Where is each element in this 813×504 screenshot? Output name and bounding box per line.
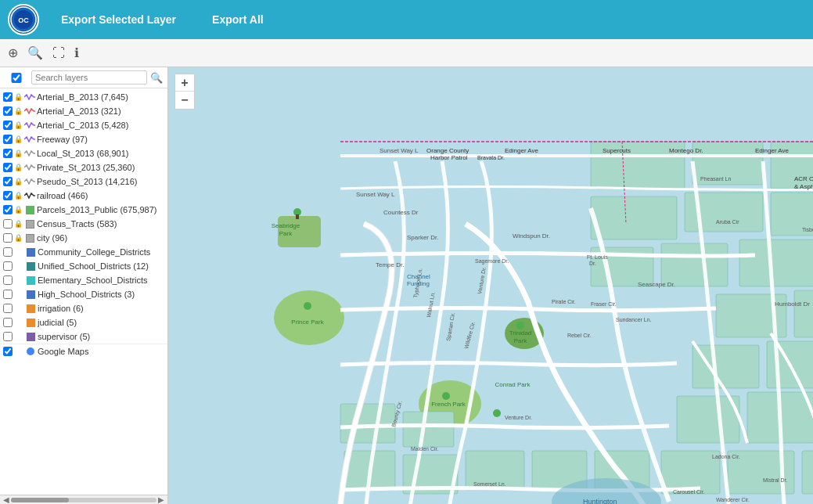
- layer-name-label: railroad (466): [37, 191, 164, 200]
- move-icon[interactable]: ⊕: [8, 45, 18, 60]
- svg-text:Fraser Cir.: Fraser Cir.: [591, 301, 617, 307]
- panel-search-bar: 🔍: [0, 67, 167, 88]
- layer-list: 🔒Arterial_B_2013 (7,645)🔒Arterial_A_2013…: [0, 88, 167, 495]
- panel-scrollbar[interactable]: ◀ ▶: [0, 495, 167, 504]
- layer-checkbox[interactable]: [3, 233, 13, 243]
- scroll-thumb: [11, 498, 69, 502]
- svg-text:Trinidad: Trinidad: [509, 329, 532, 337]
- main-area: 🔍 🔒Arterial_B_2013 (7,645)🔒Arterial_A_20…: [0, 67, 813, 504]
- layer-type-icon: [25, 346, 36, 357]
- export-selected-button[interactable]: Export Selected Layer: [47, 7, 190, 32]
- layer-name-label: Pseudo_St_2013 (14,216): [37, 177, 164, 186]
- layer-type-icon: [24, 120, 35, 131]
- layer-item: 🔒Census_Tracts (583): [0, 217, 167, 231]
- layer-lock-icon: 🔒: [14, 192, 23, 200]
- svg-text:Aruba Cir: Aruba Cir: [716, 219, 739, 225]
- svg-text:Ft. Louis: Ft. Louis: [587, 254, 608, 260]
- layer-checkbox[interactable]: [3, 290, 13, 299]
- layer-item: 🔒Arterial_B_2013 (7,645): [0, 90, 167, 104]
- layer-lock-icon: 🔒: [14, 93, 23, 101]
- svg-text:Carousel Cir.: Carousel Cir.: [673, 489, 705, 495]
- layer-lock-icon: 🔒: [14, 164, 23, 171]
- scroll-left-arrow[interactable]: ◀: [2, 495, 11, 504]
- svg-text:Venture Dr.: Venture Dr.: [505, 415, 532, 420]
- svg-text:Tisbury Cir.: Tisbury Cir.: [802, 227, 813, 233]
- layer-item: Google Maps: [0, 344, 167, 358]
- svg-rect-22: [794, 290, 813, 337]
- layer-checkbox[interactable]: [3, 318, 13, 327]
- search-icon[interactable]: 🔍: [27, 45, 43, 60]
- layer-lock-icon: 🔒: [14, 135, 23, 143]
- svg-text:Ladona Cir.: Ladona Cir.: [712, 454, 740, 459]
- svg-text:Wanderer Cir.: Wanderer Cir.: [716, 497, 750, 502]
- layer-checkbox[interactable]: [3, 275, 13, 285]
- svg-text:Seascape Dr.: Seascape Dr.: [638, 281, 675, 288]
- svg-rect-45: [661, 243, 728, 286]
- svg-text:Countess Dr: Countess Dr: [383, 209, 419, 216]
- fullscreen-icon[interactable]: ⛶: [52, 46, 65, 60]
- layer-name-label: Arterial_A_2013 (321): [37, 106, 164, 116]
- layer-search-icon[interactable]: 🔍: [150, 72, 163, 84]
- svg-text:Somerset Ln.: Somerset Ln.: [473, 481, 506, 487]
- export-all-button[interactable]: Export All: [198, 7, 278, 32]
- layer-name-label: irrigation (6): [38, 304, 164, 313]
- svg-text:Tempe Dr.: Tempe Dr.: [376, 261, 404, 268]
- map-svg: Huntington Harbour Seabridge Park Prince…: [168, 67, 813, 504]
- layer-name-label: Local_St_2013 (68,901): [37, 149, 164, 158]
- layer-item: supervisor (5): [0, 329, 167, 344]
- svg-text:Sparker Dr.: Sparker Dr.: [407, 234, 438, 241]
- layer-checkbox[interactable]: [3, 247, 13, 257]
- layer-checkbox[interactable]: [3, 92, 13, 102]
- zoom-out-button[interactable]: −: [175, 92, 194, 109]
- layer-checkbox[interactable]: [3, 219, 13, 229]
- layer-panel: 🔍 🔒Arterial_B_2013 (7,645)🔒Arterial_A_20…: [0, 67, 168, 504]
- layer-lock-icon: 🔒: [14, 121, 23, 129]
- zoom-controls: + −: [174, 74, 195, 110]
- svg-text:Pheasant Ln: Pheasant Ln: [700, 176, 731, 182]
- layer-name-label: Community_College_Districts: [38, 247, 164, 257]
- zoom-in-button[interactable]: +: [175, 74, 194, 92]
- layer-checkbox[interactable]: [3, 205, 13, 214]
- layer-checkbox[interactable]: [3, 347, 13, 356]
- layer-item: judicial (5): [0, 315, 167, 329]
- layer-name-label: Freeway (97): [37, 135, 164, 144]
- layer-name-label: city (96): [37, 233, 164, 243]
- svg-text:Bravata Dr.: Bravata Dr.: [477, 155, 505, 160]
- layer-type-icon: [25, 289, 36, 300]
- svg-rect-29: [677, 396, 739, 443]
- layer-name-label: Parcels_2013_Public (675,987): [37, 205, 164, 214]
- svg-text:Edinger Ave: Edinger Ave: [505, 147, 539, 154]
- svg-text:Prince Park: Prince Park: [291, 319, 324, 326]
- layer-item: 🔒city (96): [0, 231, 167, 245]
- map-area[interactable]: + −: [168, 67, 813, 504]
- svg-rect-13: [591, 196, 677, 239]
- layer-checkbox[interactable]: [3, 121, 13, 130]
- layer-checkbox[interactable]: [3, 106, 13, 116]
- layer-checkbox[interactable]: [3, 149, 13, 158]
- toolbar: OC Export Selected Layer Export All: [0, 0, 813, 39]
- select-all-checkbox[interactable]: [5, 73, 28, 83]
- layer-item: High_School_Districts (3): [0, 287, 167, 301]
- layer-checkbox[interactable]: [3, 163, 13, 172]
- layer-checkbox[interactable]: [3, 261, 13, 271]
- layer-checkbox[interactable]: [3, 177, 13, 186]
- svg-text:Supercuts: Supercuts: [603, 147, 631, 154]
- info-icon[interactable]: ℹ: [74, 45, 79, 60]
- layer-lock-icon: 🔒: [14, 107, 23, 115]
- layer-type-icon: [25, 303, 36, 314]
- layer-item: Elementary_School_Districts: [0, 273, 167, 287]
- scroll-right-arrow[interactable]: ▶: [156, 495, 166, 504]
- layer-checkbox[interactable]: [3, 304, 13, 313]
- layer-type-icon: [24, 232, 35, 243]
- layer-lock-icon: 🔒: [14, 206, 23, 214]
- layer-search-input[interactable]: [31, 70, 147, 85]
- layer-type-icon: [25, 331, 36, 342]
- layer-name-label: Census_Tracts (583): [37, 219, 164, 229]
- layer-checkbox[interactable]: [3, 332, 13, 341]
- layer-name-label: Arterial_B_2013 (7,645): [37, 92, 164, 102]
- layer-checkbox[interactable]: [3, 191, 13, 200]
- svg-text:Sundancer Ln.: Sundancer Ln.: [616, 317, 652, 322]
- layer-name-label: judicial (5): [38, 318, 164, 327]
- svg-text:Park: Park: [514, 337, 527, 344]
- layer-checkbox[interactable]: [3, 135, 13, 144]
